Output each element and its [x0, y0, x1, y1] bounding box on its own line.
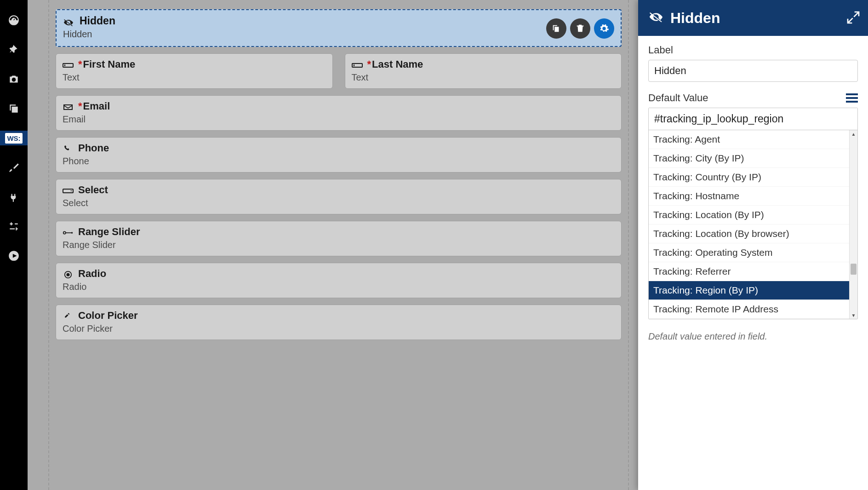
pin-icon [8, 44, 20, 56]
rail-copy[interactable] [0, 101, 28, 116]
phone-sub: Phone [63, 156, 615, 167]
field-radio[interactable]: Radio Radio [56, 263, 622, 298]
svg-point-7 [71, 232, 73, 233]
email-sub: Email [63, 114, 615, 125]
last-name-label: Last Name [372, 58, 423, 70]
default-value-option[interactable]: Tracking: Remote IP Address [649, 300, 857, 319]
email-label: Email [83, 100, 110, 112]
field-hidden-title: Hidden [80, 15, 115, 27]
envelope-icon [63, 102, 74, 110]
eye-slash-icon [63, 17, 74, 25]
default-value-hint: Default value entered in field. [648, 331, 858, 342]
scroll-down-icon: ▼ [850, 311, 857, 319]
dropdown-scrollbar[interactable]: ▲ ▼ [849, 130, 857, 319]
plug-icon [8, 191, 20, 203]
field-hidden-selected[interactable]: Hidden Hidden [56, 9, 622, 47]
first-name-sub: Text [63, 72, 326, 83]
default-value-options: Tracking: AgentTracking: City (By IP)Tra… [649, 130, 857, 319]
expand-button[interactable] [846, 10, 861, 27]
svg-rect-1 [64, 64, 65, 66]
brush-icon [8, 161, 20, 173]
svg-point-5 [63, 231, 66, 234]
svg-rect-6 [66, 232, 72, 233]
default-value-option[interactable]: Tracking: Location (By IP) [649, 206, 857, 225]
eye-slash-icon [648, 11, 664, 25]
default-value-search[interactable] [649, 108, 857, 130]
rail-play[interactable] [0, 248, 28, 263]
range-icon [63, 228, 74, 236]
camera-icon [8, 73, 20, 85]
default-value-option[interactable]: Tracking: Referrer [649, 262, 857, 281]
radio-label: Radio [78, 268, 106, 280]
default-value-option[interactable]: Tracking: Location (By browser) [649, 225, 857, 243]
range-label: Range Slider [78, 226, 140, 238]
inspector-title: Hidden [670, 10, 720, 27]
duplicate-button[interactable] [546, 18, 566, 39]
rail-media[interactable] [0, 72, 28, 86]
field-email[interactable]: *Email Email [56, 95, 622, 131]
scroll-up-icon: ▲ [850, 130, 857, 138]
radio-icon [63, 270, 74, 278]
color-sub: Color Picker [63, 323, 615, 334]
gear-icon [599, 23, 609, 34]
rail-plug[interactable] [0, 190, 28, 204]
last-name-sub: Text [352, 72, 615, 83]
rail-dashboard[interactable] [0, 13, 28, 28]
settings-button[interactable] [594, 18, 614, 39]
phone-label: Phone [78, 142, 109, 154]
play-circle-icon [8, 250, 20, 262]
select-label: Select [78, 184, 108, 196]
rail-brush[interactable] [0, 160, 28, 175]
select-icon [63, 186, 74, 194]
default-value-option[interactable]: Tracking: Region (By IP) [649, 281, 857, 300]
field-hidden-sub: Hidden [63, 29, 614, 40]
default-value-option[interactable]: Tracking: Country (By IP) [649, 168, 857, 187]
default-value-dropdown: Tracking: AgentTracking: City (By IP)Tra… [648, 108, 858, 319]
label-input[interactable] [648, 60, 858, 82]
field-first-name[interactable]: *First Name Text [56, 53, 333, 89]
scroll-thumb[interactable] [851, 264, 857, 275]
first-name-label: First Name [83, 58, 136, 70]
field-select[interactable]: Select Select [56, 179, 622, 214]
field-color[interactable]: Color Picker Color Picker [56, 305, 622, 340]
range-sub: Range Slider [63, 240, 615, 250]
radio-sub: Radio [63, 282, 615, 292]
duplicate-icon [551, 23, 561, 34]
rail-sliders[interactable] [0, 219, 28, 234]
default-value-menu-button[interactable] [846, 93, 858, 103]
default-value-label: Default Value [648, 92, 708, 104]
svg-point-9 [66, 273, 69, 276]
svg-rect-3 [354, 64, 354, 66]
text-input-icon [63, 60, 74, 69]
default-value-option[interactable]: Tracking: City (By IP) [649, 149, 857, 168]
default-value-option[interactable]: Tracking: Agent [649, 130, 857, 149]
color-label: Color Picker [78, 310, 138, 322]
field-last-name[interactable]: *Last Name Text [345, 53, 622, 89]
nav-rail: WS: [0, 0, 28, 490]
sliders-icon [8, 220, 20, 232]
select-sub: Select [63, 198, 615, 208]
field-range[interactable]: Range Slider Range Slider [56, 221, 622, 256]
dropper-icon [63, 311, 74, 320]
rail-ws[interactable]: WS: [0, 131, 28, 145]
phone-icon [63, 144, 74, 152]
default-value-option[interactable]: Tracking: Operating System [649, 243, 857, 262]
inspector-panel: Hidden Label Default Value Tracking: Age… [638, 0, 868, 490]
form-canvas: Hidden Hidden *First Name [28, 0, 638, 490]
rail-pin[interactable] [0, 42, 28, 57]
trash-icon [575, 23, 585, 34]
inspector-header: Hidden [638, 0, 868, 36]
ws-badge: WS: [5, 133, 22, 144]
dashboard-icon [8, 14, 20, 26]
delete-button[interactable] [570, 18, 590, 39]
copy-icon [8, 103, 20, 115]
default-value-option[interactable]: Tracking: Hostname [649, 187, 857, 206]
text-input-icon [352, 60, 363, 69]
field-phone[interactable]: Phone Phone [56, 137, 622, 173]
expand-icon [846, 10, 861, 25]
label-label: Label [648, 44, 858, 56]
